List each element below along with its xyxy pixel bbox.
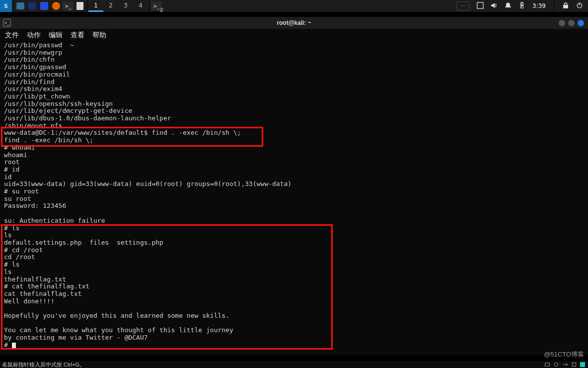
menu-edit[interactable]: 编辑 [49,31,63,40]
window-close-button[interactable] [578,20,584,26]
terminal-window: >_ root@kali: ~ 文件 动作 编辑 查看 帮助 /usr/bin/… [0,17,588,355]
separator [87,0,87,11]
file-manager-icon[interactable] [14,0,26,12]
volume-icon[interactable] [491,2,498,10]
terminal-titlebar[interactable]: >_ root@kali: ~ [0,17,588,29]
workspace-3[interactable]: 3 [118,0,133,12]
running-terminal-icon[interactable]: >_ 2 [150,0,162,12]
bt-usb-icon [562,362,568,368]
bt-disk-icon [553,362,559,368]
workspace-2[interactable]: 2 [103,0,118,12]
app-icon-1[interactable] [26,0,38,12]
svg-point-7 [554,363,558,367]
lock-icon[interactable] [562,2,569,10]
terminal-launcher-icon[interactable]: >_ [62,0,74,12]
menu-help[interactable]: 帮助 [92,31,106,40]
separator [13,0,13,11]
taskbar-clock[interactable]: 3:39 [532,2,546,9]
show-desktop-icon[interactable] [477,2,484,10]
editor-icon[interactable] [74,0,86,12]
host-status-text: 名鼠标指针移入其中式按 Ctrl+G。 [0,361,85,368]
notifications-icon[interactable] [505,2,512,10]
svg-rect-2 [521,2,523,2]
watermark: @51CTO博客 [544,350,584,359]
menu-view[interactable]: 查看 [71,31,84,40]
menu-action[interactable]: 动作 [27,31,41,40]
menu-file[interactable]: 文件 [5,31,19,40]
kali-menu-icon[interactable]: S [0,0,12,12]
bt-snd-icon [571,362,577,368]
svg-rect-6 [545,363,550,366]
separator [554,0,554,11]
terminal-menubar: 文件 动作 编辑 查看 帮助 [0,29,588,42]
svg-rect-0 [477,2,483,8]
bt-net-icon [544,362,550,368]
terminal-cursor [12,343,16,349]
separator [149,0,149,11]
workspace-4[interactable]: 4 [133,0,148,12]
host-status-bar: 名鼠标指针移入其中式按 Ctrl+G。 [0,361,588,368]
terminal-body[interactable]: /usr/bin/passwd ~ /usr/bin/newgrp /usr/b… [0,42,588,349]
window-maximize-button[interactable] [568,20,575,26]
terminal-titlebar-icon: >_ [3,19,11,27]
window-minimize-button[interactable] [559,20,565,26]
svg-rect-3 [564,5,568,8]
terminal-title: root@kali: ~ [277,19,311,26]
battery-icon[interactable] [518,2,525,10]
power-icon[interactable] [576,2,583,10]
svg-rect-8 [572,363,576,367]
terminal-output[interactable]: /usr/bin/passwd ~ /usr/bin/newgrp /usr/b… [4,42,584,349]
workspace-1[interactable]: 1 [88,0,103,12]
systray-widget[interactable]: ··· [456,1,470,10]
firefox-icon[interactable] [50,0,62,12]
bt-vm-indicator [580,362,585,367]
app-icon-2[interactable] [38,0,50,12]
desktop-taskbar: S >_ 1 2 3 4 >_ 2 ··· 3:39 [0,0,588,12]
